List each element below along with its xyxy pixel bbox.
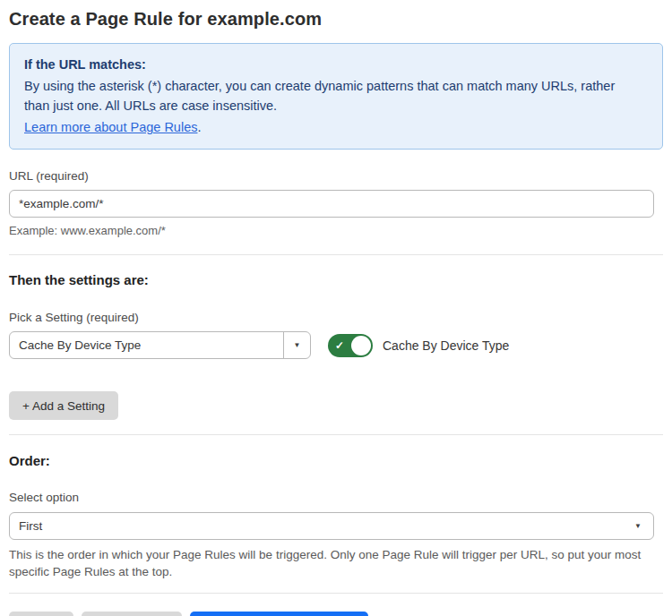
page-title: Create a Page Rule for example.com (9, 9, 663, 30)
cancel-button[interactable]: Cancel (9, 612, 73, 616)
order-select-label: Select option (9, 491, 79, 504)
create-page-rule-form: Create a Page Rule for example.com If th… (0, 0, 672, 616)
footer-actions: Cancel Save as Draft Save and Deploy Pag… (9, 612, 663, 616)
toggle-knob (351, 336, 371, 355)
order-section-heading: Order: (9, 453, 663, 468)
add-setting-button[interactable]: + Add a Setting (9, 391, 118, 420)
settings-section-heading: Then the settings are: (9, 272, 663, 287)
setting-select[interactable]: Cache By Device Type ▼ (9, 331, 311, 359)
link-period: . (197, 120, 201, 134)
save-as-draft-button[interactable]: Save as Draft (82, 612, 182, 616)
learn-more-page-rules-link[interactable]: Learn more about Page Rules (24, 120, 197, 134)
setting-row: Cache By Device Type ▼ ✓ Cache By Device… (9, 331, 663, 359)
toggle-label: Cache By Device Type (383, 338, 509, 353)
info-callout-link-line: Learn more about Page Rules. (24, 117, 648, 137)
info-callout-body: By using the asterisk (*) character, you… (24, 76, 633, 116)
divider-url-settings (9, 254, 663, 255)
info-callout-heading: If the URL matches: (24, 55, 648, 74)
pick-setting-label: Pick a Setting (required) (9, 311, 139, 324)
url-field-helper: Example: www.example.com/* (9, 224, 663, 238)
order-select[interactable]: First ▼ (9, 512, 654, 540)
order-select-value: First (19, 519, 42, 533)
check-icon: ✓ (335, 340, 344, 351)
divider-settings-order (9, 434, 663, 435)
url-field-label: URL (required) (9, 169, 89, 183)
setting-select-value: Cache By Device Type (10, 332, 283, 358)
divider-order-footer (9, 593, 663, 594)
save-and-deploy-button[interactable]: Save and Deploy Page Rule (190, 612, 369, 616)
order-helper-text: This is the order in which your Page Rul… (9, 546, 654, 580)
chevron-down-icon: ▼ (294, 341, 301, 349)
cache-by-device-type-toggle[interactable]: ✓ (328, 334, 373, 357)
url-input[interactable] (9, 190, 654, 218)
setting-select-arrow-button[interactable]: ▼ (283, 332, 310, 358)
chevron-down-icon: ▼ (634, 522, 642, 530)
url-match-info-callout: If the URL matches: By using the asteris… (9, 43, 663, 150)
